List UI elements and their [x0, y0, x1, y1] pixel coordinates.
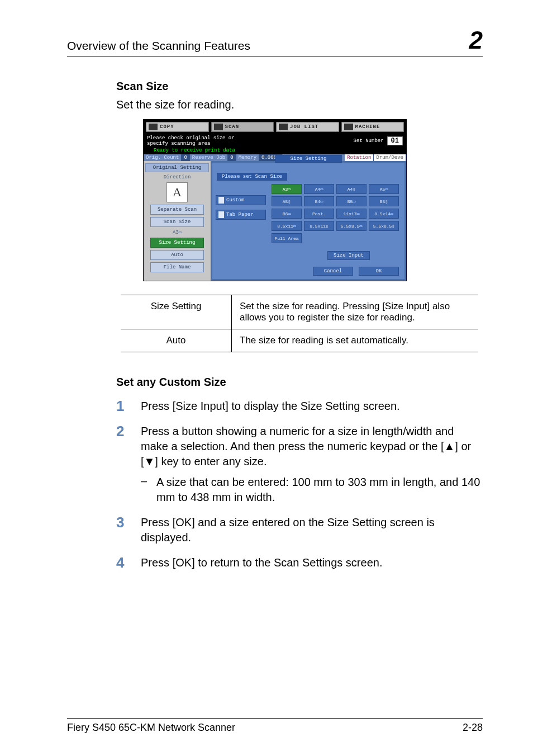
step-num-4: 4 — [116, 555, 141, 570]
table-row: Auto The size for reading is set automat… — [121, 329, 478, 352]
scan-size-intro: Set the size for reading. — [116, 98, 483, 111]
step-4-text: Press [OK] to return to the Scan Setting… — [141, 555, 483, 570]
reserve-label: Reserve Job — [190, 154, 228, 161]
scan-size-button[interactable]: Scan Size — [150, 217, 204, 227]
step-4: 4 Press [OK] to return to the Scan Setti… — [116, 555, 483, 570]
ok-button[interactable]: OK — [359, 267, 399, 276]
size-input-button[interactable]: Size Input — [327, 251, 370, 260]
tab-scan-label: SCAN — [225, 124, 240, 130]
machine-icon — [344, 124, 353, 130]
right-panel: Size Setting Please set Scan Size Custom… — [211, 161, 406, 281]
step-3: 3 Press [OK] and a size entered on the S… — [116, 515, 483, 545]
ready-line: Ready to receive print data — [154, 148, 235, 153]
step-num-2: 2 — [116, 424, 141, 469]
table-row: Size Setting Set the size for reading. P… — [121, 295, 478, 329]
step-2-text: Press a button showing a numeric for a s… — [141, 424, 483, 469]
step-num-3: 3 — [116, 515, 141, 545]
page-header: Overview of the Scanning Features 2 — [67, 28, 483, 56]
size-85x14[interactable]: 8.5x14▭ — [369, 209, 399, 219]
size-a4l[interactable]: A4▭ — [304, 184, 334, 194]
section-title: Overview of the Scanning Features — [67, 39, 250, 53]
footer-left: Fiery S450 65C-KM Network Scanner — [67, 722, 235, 734]
size-b4[interactable]: B4▭ — [304, 196, 334, 206]
size-85x11p[interactable]: 8.5x11▯ — [304, 221, 334, 231]
direction-button[interactable]: A — [166, 182, 188, 202]
opt-key-size-setting: Size Setting — [121, 295, 232, 329]
size-11x17[interactable]: 11x17▭ — [336, 209, 367, 219]
page-footer: Fiery S450 65C-KM Network Scanner 2-28 — [67, 718, 483, 734]
original-setting-header: Original Setting — [145, 163, 209, 172]
chapter-number: 2 — [469, 28, 483, 53]
opt-key-auto: Auto — [121, 329, 232, 352]
full-area-button[interactable]: Full Area — [272, 233, 302, 243]
cancel-button[interactable]: Cancel — [313, 267, 353, 276]
size-setting-button[interactable]: Size Setting — [150, 238, 204, 248]
size-a5l[interactable]: A5▭ — [369, 184, 399, 194]
set-number-value: 01 — [387, 136, 403, 145]
step-2-sub-text: A size that can be entered: 100 mm to 30… — [156, 475, 483, 505]
tab-paper-label: Tab Paper — [226, 212, 254, 218]
tab-scan[interactable]: SCAN — [211, 122, 274, 132]
opt-val-size-setting: Set the size for reading. Pressing [Size… — [232, 295, 479, 329]
size-grid: A3▭ A4▭ A4▯ A5▭ A5▯ B4▭ B5▭ B5▯ B6▭ Po — [272, 184, 399, 243]
rotation-badge: Rotation — [345, 154, 374, 161]
tab-machine[interactable]: MACHINE — [341, 122, 404, 132]
size-a4p[interactable]: A4▯ — [336, 184, 367, 194]
header-line1: Please check original size or — [147, 135, 235, 141]
tab-paper-icon — [218, 211, 224, 218]
size-b5p[interactable]: B5▯ — [369, 196, 399, 206]
opt-val-auto: The size for reading is set automaticall… — [232, 329, 479, 352]
tab-copy-label: COPY — [160, 124, 174, 130]
step-1: 1 Press [Size Input] to display the Size… — [116, 399, 483, 414]
auto-button[interactable]: Auto — [150, 250, 204, 260]
a3-indicator: A3▭ — [151, 229, 203, 235]
joblist-icon — [279, 124, 288, 130]
set-number-label: Set Number — [354, 138, 384, 144]
step-num-1: 1 — [116, 399, 141, 414]
scan-icon — [214, 124, 223, 130]
bullet-dash: – — [141, 475, 156, 505]
reserve-val: 0 — [228, 154, 236, 161]
tab-paper-button[interactable]: Tab Paper — [216, 210, 266, 220]
size-a5p[interactable]: A5▯ — [272, 196, 302, 206]
screenshot: COPY SCAN JOB LIST MACHINE Please check … — [67, 119, 483, 281]
options-table: Size Setting Set the size for reading. P… — [121, 295, 478, 352]
tab-machine-label: MACHINE — [355, 124, 380, 130]
size-b6[interactable]: B6▭ — [272, 209, 302, 219]
direction-label: Direction — [146, 174, 208, 180]
panel-subtitle: Please set Scan Size — [217, 173, 287, 181]
header-line2: specify scanning area — [147, 141, 235, 147]
tab-copy[interactable]: COPY — [146, 122, 209, 132]
footer-page: 2-28 — [463, 722, 483, 734]
size-85x11l[interactable]: 8.5x11▭ — [272, 221, 302, 231]
tab-joblist-label: JOB LIST — [290, 124, 318, 130]
left-panel: Original Setting Direction A Separate Sc… — [144, 161, 211, 281]
separate-scan-button[interactable]: Separate Scan — [150, 205, 204, 215]
size-a3[interactable]: A3▭ — [272, 184, 302, 194]
step-2: 2 Press a button showing a numeric for a… — [116, 424, 483, 469]
custom-button[interactable]: Custom — [216, 195, 266, 205]
heading-scan-size: Scan Size — [116, 80, 483, 93]
panel-title: Size Setting — [275, 155, 342, 163]
memory-label: Memory — [236, 154, 259, 161]
orig-count-label: Orig. Count — [144, 154, 182, 161]
file-name-button[interactable]: File Name — [150, 262, 204, 272]
heading-custom-size: Set any Custom Size — [116, 376, 483, 389]
custom-label: Custom — [226, 197, 244, 203]
custom-icon — [218, 197, 224, 204]
size-b5l[interactable]: B5▭ — [336, 196, 367, 206]
step-2-sub: – A size that can be entered: 100 mm to … — [141, 475, 483, 505]
copy-icon — [149, 124, 158, 130]
size-55x85l[interactable]: 5.5x8.5▭ — [336, 221, 367, 231]
step-3-text: Press [OK] and a size entered on the Siz… — [141, 515, 483, 545]
tab-joblist[interactable]: JOB LIST — [276, 122, 339, 132]
size-post[interactable]: Post. — [304, 209, 334, 219]
step-1-text: Press [Size Input] to display the Size S… — [141, 399, 483, 414]
orig-count-val: 0 — [182, 154, 189, 161]
drum-badge: Drum/Deve — [374, 154, 406, 161]
size-55x85p[interactable]: 5.5x8.5▯ — [369, 221, 399, 231]
